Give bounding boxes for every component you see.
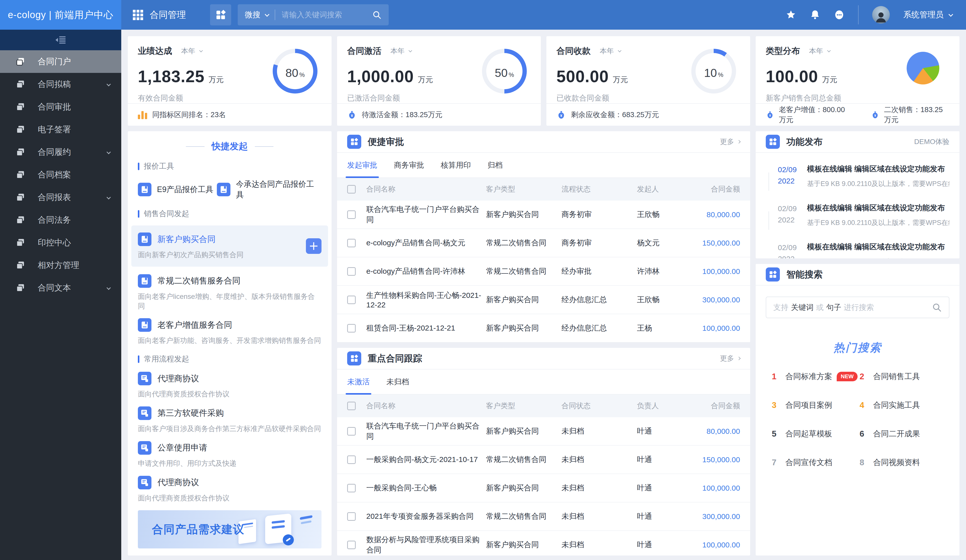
period-select[interactable]: 本年 (181, 46, 202, 56)
sidebar-item-contract-portal[interactable]: 合同门户 (0, 50, 121, 73)
launch-item-second-sale-contract[interactable]: 常规二次销售服务合同 面向老客户license增购、年度维护、版本升级销售服务合… (138, 274, 322, 311)
flow-item-thirdparty-purchase[interactable]: 第三方软硬件采购 面向客户项目涉及商务合作第三方标准产品软硬件采购合同 (138, 406, 322, 434)
user-avatar[interactable] (872, 6, 890, 24)
widget-launcher-icon[interactable] (210, 4, 231, 25)
row-checkbox[interactable] (347, 427, 356, 436)
select-all-checkbox[interactable] (347, 402, 356, 410)
search-icon[interactable] (932, 302, 942, 313)
period-select[interactable]: 本年 (600, 46, 620, 56)
hot-search-item[interactable]: 8 合同视频资料 (859, 457, 947, 468)
item-title: 老客户增值服务合同 (158, 319, 232, 331)
kpi-unit: 万元 (822, 75, 837, 85)
sidebar-item-label: 合同档案 (38, 169, 110, 180)
favorite-star-icon[interactable] (785, 10, 796, 20)
flow-item-agent-agreement-2[interactable]: 代理商协议 面向代理商资质授权合作协议 (138, 476, 322, 503)
tab-not-activated[interactable]: 未激活 (347, 370, 370, 394)
top-search-bar[interactable]: 微搜 请输入关键词搜索 (238, 4, 389, 25)
period-select[interactable]: 本年 (809, 46, 830, 56)
sidebar-item-counterparty-mgmt[interactable]: 相对方管理 (0, 254, 121, 277)
hot-search-item[interactable]: 1 合同标准方案 NEW (772, 371, 859, 382)
hot-search-item[interactable]: 3 合同项目案例 (772, 400, 859, 411)
row-checkbox[interactable] (347, 210, 356, 219)
user-menu[interactable]: 系统管理员 (904, 9, 952, 20)
period-select[interactable]: 本年 (390, 46, 411, 56)
search-input[interactable]: 请输入关键词搜索 (282, 10, 372, 20)
row-checkbox[interactable] (347, 239, 356, 247)
table-row[interactable]: e-cology产品销售合同-许沛林常规二次销售合同 经办审批许沛林 100,0… (337, 257, 750, 286)
row-checkbox[interactable] (347, 455, 356, 464)
svg-text:¥: ¥ (769, 113, 771, 117)
tab-archive[interactable]: 归档 (488, 153, 503, 177)
sidebar-item-contract-approval[interactable]: 合同审批 (0, 95, 121, 118)
sidebar-collapse-button[interactable] (0, 29, 121, 50)
smart-search-input[interactable]: 支持 关键词 或 句子 进行搜索 (766, 296, 950, 318)
section-marker (138, 355, 140, 363)
row-checkbox[interactable] (347, 540, 356, 549)
table-row[interactable]: 一般采购合同-王心畅新客户购买合同 未归档叶通 100,000.00 (337, 474, 750, 503)
row-checkbox[interactable] (347, 484, 356, 492)
sidebar-item-contract-archive[interactable]: 合同档案 (0, 164, 121, 186)
progress-ring: 80% (273, 49, 317, 93)
table-row[interactable]: 联合汽车电子统一门户平台购买合同新客户购买合同 商务初审王欣畅 80,000.0… (337, 201, 750, 229)
table-row[interactable]: 租赁合同-王杨-2021-12-21新客户购买合同 经办信息汇总王杨 100,0… (337, 314, 750, 342)
add-button[interactable] (306, 238, 322, 254)
table-row[interactable]: 联合汽车电子统一门户平台购买合同新客户购买合同 未归档叶通 80,000.00 (337, 417, 750, 445)
kpi-footer-text: 老客户增值：800.00万元 (779, 105, 851, 125)
money-bag-icon: ¥ (871, 110, 879, 120)
hot-search-item[interactable]: 7 合同宣传文档 (772, 457, 859, 468)
hot-search-item[interactable]: 2 合同销售工具 (859, 371, 947, 382)
flow-item-agent-agreement[interactable]: 代理商协议 面向代理商资质授权合作协议 (138, 372, 322, 399)
row-checkbox[interactable] (347, 267, 356, 276)
select-all-checkbox[interactable] (347, 185, 356, 193)
launch-item-new-customer-contract[interactable]: 新客户购买合同 面向新客户初次产品购买销售合同 (131, 226, 328, 267)
more-link[interactable]: 更多 (720, 354, 740, 363)
sidebar-item-contract-legal[interactable]: 合同法务 (0, 209, 121, 231)
more-options-icon[interactable] (834, 10, 844, 20)
flow-item-seal-application[interactable]: 公章使用申请 申请文件用印、用印方式及快递 (138, 441, 322, 468)
kpi-cards-row: 业绩达成 本年 1,183.25万元 有效合同金额 80% 同指标区间排名：23… (128, 36, 959, 126)
banner-title: 合同产品需求建议 (152, 522, 245, 537)
quote-tool-jincheda[interactable]: 今承达合同产品报价工具 (217, 179, 322, 200)
release-item[interactable]: 02/092022 模板在线编辑 编辑区域在线设定功能发布 基于E9 KB 9.… (767, 242, 950, 259)
release-item[interactable]: 02/092022 模板在线编辑 编辑区域在线设定功能发布 基于E9 KB 9.… (767, 164, 950, 203)
tab-business-approval[interactable]: 商务审批 (394, 153, 424, 177)
nav-current-app[interactable]: 合同管理 (133, 9, 186, 21)
document-icon (16, 57, 25, 66)
search-scope-select[interactable]: 微搜 (245, 10, 260, 20)
tab-accounting-seal[interactable]: 核算用印 (441, 153, 471, 177)
tab-initiate-approval[interactable]: 发起审批 (347, 153, 377, 177)
sidebar-item-contract-performance[interactable]: 合同履约 (0, 141, 121, 164)
tab-not-archived[interactable]: 未归档 (386, 370, 409, 394)
sidebar-item-contract-draft[interactable]: 合同拟稿 (0, 73, 121, 95)
launch-item-value-added-contract[interactable]: 老客户增值服务合同 面向老客户新功能、咨询服务、开发需求增购销售服务合同 (138, 318, 322, 345)
chevron-right-icon (737, 140, 741, 144)
row-checkbox[interactable] (347, 512, 356, 521)
hot-search-item[interactable]: 5 合同起草模板 (772, 429, 859, 439)
chevron-down-icon (107, 82, 111, 87)
quote-tool-e9[interactable]: E9产品报价工具 (138, 179, 217, 200)
hot-search-item[interactable]: 4 合同实施工具 (859, 400, 947, 411)
search-icon[interactable] (372, 10, 382, 20)
table-row[interactable]: 2021年专项资金服务器采购合同常规二次销售合同 未归档叶通 300,000.0… (337, 503, 750, 531)
more-link[interactable]: 更多 (720, 137, 740, 147)
row-checkbox[interactable] (347, 296, 356, 304)
hot-search-item[interactable]: 6 合同二开成果 (859, 429, 947, 439)
release-year: 2022 (778, 255, 795, 259)
table-row[interactable]: 一般采购合同-杨文元-2021-10-17常规二次销售合同 未归档叶通 150,… (337, 445, 750, 474)
row-checkbox[interactable] (347, 324, 356, 332)
sidebar-item-contract-text[interactable]: 合同文本 (0, 277, 121, 299)
sidebar-item-contract-report[interactable]: 合同报表 (0, 186, 121, 209)
table-row[interactable]: e-cology产品销售合同-杨文元常规二次销售合同 商务初审杨文元 150,0… (337, 229, 750, 257)
notification-bell-icon[interactable] (810, 10, 820, 20)
table-row[interactable]: 数据分析与风险管理系统项目采购合同新客户购买合同 未归档叶通 100,000.0… (337, 531, 750, 555)
table-row[interactable]: 生产性物料采购合同-王心畅-2021-12-22新客户购买合同 经办信息汇总王欣… (337, 286, 750, 314)
pie-chart (907, 52, 939, 84)
item-title: 代理商协议 (158, 373, 199, 384)
sidebar-item-seal-center[interactable]: 印控中心 (0, 231, 121, 254)
release-item[interactable]: 02/092022 模板在线编辑 编辑区域在线设定功能发布 基于E9 KB 9.… (767, 203, 950, 242)
demo-link[interactable]: DEMO体验 (914, 137, 950, 147)
sidebar-item-label: 合同文本 (38, 282, 107, 293)
decor-line (186, 146, 205, 147)
sidebar-item-e-signature[interactable]: 电子签署 (0, 118, 121, 141)
suggestion-banner[interactable]: 合同产品需求建议 (138, 510, 322, 549)
